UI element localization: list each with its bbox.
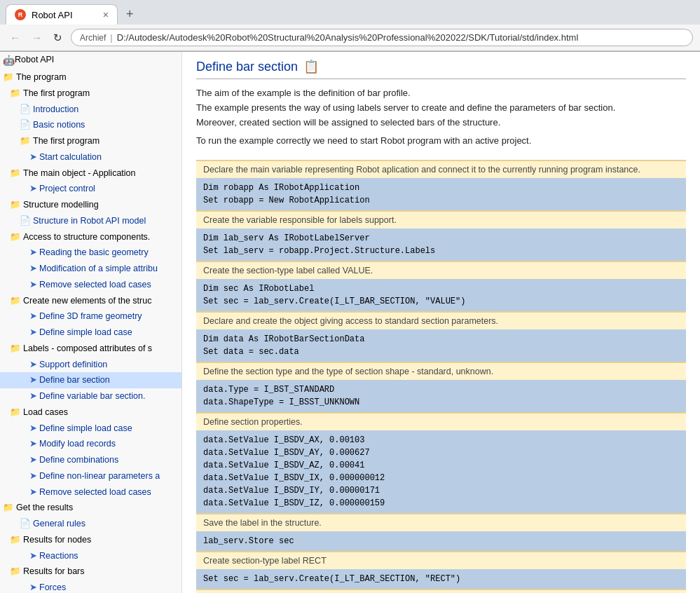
code-table: Declare the main variable representing R… [196, 160, 686, 593]
code-code-row: lab_serv.Store sec [196, 531, 686, 552]
sidebar-item-results-nodes[interactable]: 📁Results for nodes [0, 532, 181, 548]
code-desc-row: Create the object giving access to stand… [196, 589, 686, 593]
description-line: Moreover, created section will be assign… [196, 116, 686, 130]
code-code-row: Dim robapp As IRobotApplication Set roba… [196, 178, 686, 211]
sidebar-item-define-simple-load[interactable]: ➤Define simple load case [0, 325, 181, 341]
sidebar-item-robot-api[interactable]: 🤖Robot API [0, 52, 181, 69]
sidebar-item-forces[interactable]: ➤Forces [0, 580, 181, 593]
sidebar-label: General rules [33, 517, 85, 531]
sidebar-item-main-object[interactable]: 📁The main object - Application [0, 165, 181, 182]
sidebar-label: Access to structure components. [23, 231, 150, 244]
code-desc-row: Declare and create the object giving acc… [196, 312, 686, 329]
sidebar-label: Define variable bar section. [39, 390, 145, 403]
sidebar-label: Define bar section [39, 374, 110, 387]
sidebar-label: Forces [39, 581, 66, 593]
sidebar-label: Structure modelling [23, 198, 99, 212]
sidebar-item-structure-modelling[interactable]: 📁Structure modelling [0, 197, 181, 213]
sidebar-label: Create new elements of the struc [23, 294, 151, 308]
sidebar-label: Results for nodes [23, 533, 91, 547]
code-desc-row: Declare the main variable representing R… [196, 161, 686, 178]
refresh-button[interactable]: ↻ [50, 30, 65, 46]
sidebar-label: Define 3D frame geometry [39, 310, 142, 323]
sidebar-item-the-program[interactable]: 📁The program [0, 69, 181, 86]
sidebar-label: Results for bars [23, 565, 85, 578]
sidebar-item-define-variable-bar[interactable]: ➤Define variable bar section. [0, 388, 181, 404]
address-url: D:/Autodesk/Autodesk%20Robot%20Structura… [117, 32, 579, 43]
sidebar-item-the-first-program[interactable]: 📁The first program [0, 86, 181, 102]
sidebar-item-load-cases[interactable]: 📁Load cases [0, 404, 181, 421]
new-tab-button[interactable]: + [121, 4, 139, 25]
sidebar-item-the-first-program2[interactable]: 📁The first program [0, 133, 181, 149]
sidebar-item-remove-selected[interactable]: ➤Remove selected load cases [0, 277, 181, 293]
code-code-row: Dim data As IRobotBarSectionData Set dat… [196, 329, 686, 362]
sidebar-label: Define simple load case [39, 326, 132, 339]
sidebar-item-start-calculation[interactable]: ➤Start calculation [0, 149, 181, 165]
sidebar-label: The first program [33, 135, 99, 148]
code-desc-row: Create section-type label RECT [196, 552, 686, 569]
back-button[interactable]: ← [7, 30, 23, 45]
sidebar-item-get-results[interactable]: 📁Get the results [0, 500, 181, 516]
sidebar-label: The program [16, 71, 67, 84]
sidebar-label: Modification of a simple attribu [39, 262, 158, 275]
sidebar-item-reading-basic[interactable]: ➤Reading the basic geometry [0, 245, 181, 261]
forward-button[interactable]: → [29, 30, 45, 45]
sidebar-label: Basic notions [33, 118, 85, 132]
sidebar-item-access-structure[interactable]: 📁Access to structure components. [0, 229, 181, 245]
sidebar-item-structure-in-robot[interactable]: 📄Structure in Robot API model [0, 213, 181, 229]
address-bar[interactable]: Archief | D:/Autodesk/Autodesk%20Robot%2… [71, 29, 693, 46]
sidebar-label: Remove selected load cases [39, 278, 151, 292]
sidebar-label: Start calculation [39, 151, 102, 164]
sidebar-item-define-bar-section[interactable]: ➤Define bar section [0, 372, 181, 388]
app-body: 🤖Robot API📁The program📁The first program… [0, 52, 700, 593]
sidebar-label: Reactions [39, 550, 78, 563]
description-line: The example presents the way of using la… [196, 101, 686, 116]
sidebar-item-create-new-elements[interactable]: 📁Create new elements of the struc [0, 293, 181, 309]
code-desc-row: Define the section type and the type of … [196, 362, 686, 380]
sidebar: 🤖Robot API📁The program📁The first program… [0, 52, 182, 593]
code-desc-row: Save the label in the structure. [196, 514, 686, 531]
description-block: The aim of the example is the definition… [196, 86, 686, 149]
sidebar-item-modification-simple[interactable]: ➤Modification of a simple attribu [0, 261, 181, 277]
page-icon: 📋 [303, 59, 319, 74]
sidebar-item-support-definition[interactable]: ➤Support definition [0, 357, 181, 373]
sidebar-item-introduction[interactable]: 📄Introduction [0, 102, 181, 118]
sidebar-label: Project control [39, 182, 95, 196]
sidebar-label: Structure in Robot API model [33, 214, 146, 228]
code-desc-row: Define section properties. [196, 413, 686, 430]
sidebar-label: Support definition [39, 358, 107, 372]
tab-favicon: R [15, 9, 26, 20]
sidebar-item-define-nonlinear[interactable]: ➤Define non-linear parameters a [0, 468, 181, 484]
sidebar-label: Define combinations [39, 454, 118, 467]
sidebar-item-remove-selected2[interactable]: ➤Remove selected load cases [0, 484, 181, 500]
active-tab[interactable]: R Robot API × [6, 4, 118, 25]
sidebar-label: Define simple load case [39, 422, 132, 435]
code-code-row: Dim sec As IRobotLabel Set sec = lab_ser… [196, 279, 686, 312]
archive-label: Archief [80, 33, 106, 43]
sidebar-item-general-rules[interactable]: 📄General rules [0, 516, 181, 532]
sidebar-item-project-control[interactable]: ➤Project control [0, 181, 181, 197]
browser-chrome: R Robot API × + ← → ↻ Archief | D:/Autod… [0, 0, 700, 52]
sidebar-item-results-bars[interactable]: 📁Results for bars [0, 564, 181, 580]
sidebar-item-labels-composed[interactable]: 📁Labels - composed attributes of s [0, 341, 181, 357]
code-desc-row: Create the variable responsible for labe… [196, 211, 686, 229]
sidebar-label: The first program [23, 87, 90, 100]
sidebar-label: Robot API [15, 53, 54, 67]
sidebar-item-define-3d-frame[interactable]: ➤Define 3D frame geometry [0, 308, 181, 325]
sidebar-item-define-simple-load2[interactable]: ➤Define simple load case [0, 421, 181, 437]
sidebar-item-basic-notions[interactable]: 📄Basic notions [0, 117, 181, 133]
sidebar-label: Remove selected load cases [39, 486, 151, 499]
tab-close-button[interactable]: × [103, 10, 109, 20]
sidebar-item-reactions[interactable]: ➤Reactions [0, 548, 181, 564]
tab-bar: R Robot API × + [0, 0, 700, 25]
code-code-row: Dim lab_serv As IRobotLabelServer Set la… [196, 229, 686, 261]
content-area: Define bar section 📋 The aim of the exam… [182, 52, 700, 593]
sidebar-item-modify-load-records[interactable]: ➤Modify load records [0, 436, 181, 452]
sidebar-label: Load cases [23, 406, 68, 419]
description-line: The aim of the example is the definition… [196, 86, 686, 101]
sidebar-label: Labels - composed attributes of s [23, 342, 152, 355]
sidebar-label: Modify load records [39, 437, 116, 451]
nav-bar: ← → ↻ Archief | D:/Autodesk/Autodesk%20R… [0, 25, 700, 51]
page-title: Define bar section [196, 60, 298, 74]
sidebar-label: Define non-linear parameters a [39, 470, 160, 483]
sidebar-item-define-combinations[interactable]: ➤Define combinations [0, 452, 181, 468]
